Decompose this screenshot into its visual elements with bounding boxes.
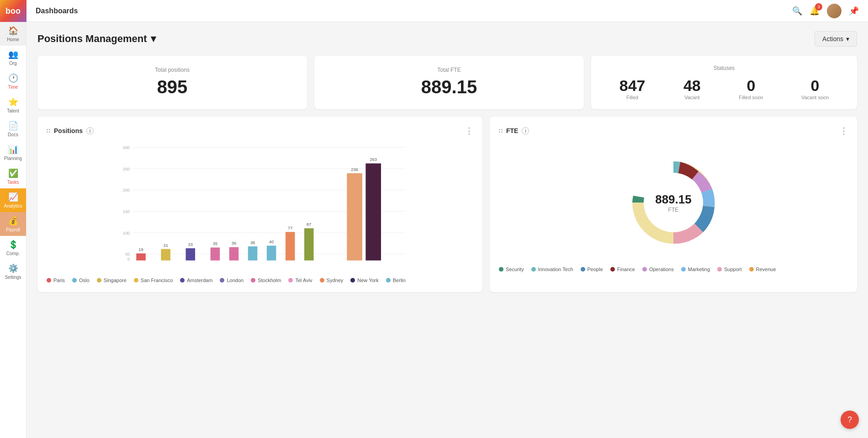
pin-button[interactable]: 📌 — [849, 6, 859, 16]
talent-icon: ⭐ — [8, 97, 18, 107]
legend-dot-operations — [642, 267, 647, 272]
bar-sydney[interactable] — [286, 232, 295, 260]
donut-center: 889.15 FTE — [655, 192, 692, 213]
planning-icon: 📊 — [8, 144, 18, 155]
legend-dot-new-york — [350, 278, 355, 283]
comp-icon: 💲 — [8, 240, 18, 250]
sidebar-label-home: Home — [7, 37, 19, 42]
page-header: Positions Management ▾ Actions ▾ — [37, 31, 857, 47]
legend-amsterdam: Amsterdam — [180, 278, 212, 283]
statuses-card: Statuses 847 Filled 48 Vacant 0 Filled s… — [591, 56, 857, 109]
legend-label-finance: Finance — [617, 267, 635, 272]
analytics-icon: 📈 — [8, 192, 18, 202]
bar-38[interactable] — [248, 246, 258, 261]
notification-badge: 3 — [815, 3, 822, 11]
vacant-status: 48 Vacant — [683, 77, 701, 100]
sidebar-item-home[interactable]: 🏠 Home — [0, 22, 26, 46]
svg-text:40: 40 — [269, 240, 274, 244]
donut-container: 889.15 FTE — [623, 152, 724, 253]
legend-stockholm: Stockholm — [251, 278, 281, 283]
svg-text:150: 150 — [123, 209, 130, 214]
sidebar-item-tasks[interactable]: ✅ Tasks — [0, 165, 26, 188]
bar-40[interactable] — [267, 246, 276, 260]
sidebar-item-time[interactable]: 🕐 Time — [0, 69, 26, 93]
legend-label-support: Support — [724, 267, 742, 272]
sidebar-label-tasks: Tasks — [7, 180, 19, 185]
fte-chart-title: FTE i — [499, 127, 529, 134]
legend-security: Security — [499, 267, 524, 272]
bar-new-york[interactable] — [304, 228, 314, 260]
sidebar-item-payroll[interactable]: 💰 Payroll — [0, 212, 26, 236]
legend-dot-sydney — [320, 278, 324, 283]
user-avatar[interactable] — [827, 4, 842, 18]
svg-text:31: 31 — [163, 243, 168, 248]
legend-marketing: Marketing — [681, 267, 710, 272]
bar-amsterdam[interactable] — [186, 248, 196, 261]
page-title-text: Positions Management — [37, 33, 147, 45]
legend-dot-finance — [610, 267, 615, 272]
sidebar-label-talent: Talent — [7, 108, 19, 113]
legend-operations: Operations — [642, 267, 674, 272]
legend-label-oslo: Oslo — [79, 278, 90, 283]
bar-berlin-dark[interactable] — [365, 163, 381, 260]
bar-paris[interactable] — [136, 253, 146, 260]
fte-chart-menu[interactable]: ⋮ — [840, 126, 848, 136]
kpi-row: Total positions 895 Total FTE 889.15 Sta… — [37, 56, 857, 109]
actions-button[interactable]: Actions ▾ — [815, 31, 857, 47]
legend-label-paris: Paris — [53, 278, 65, 283]
positions-info-icon[interactable]: i — [86, 127, 94, 134]
sidebar-item-comp[interactable]: 💲 Comp. — [0, 236, 26, 260]
legend-label-innovation: Innovation Tech — [538, 267, 573, 272]
sidebar-item-docs[interactable]: 📄 Docs — [0, 117, 26, 141]
bar-berlin-orange[interactable] — [347, 173, 362, 261]
svg-text:300: 300 — [123, 145, 130, 150]
topbar: Dashboards 🔍 🔔 3 📌 — [26, 0, 868, 22]
legend-dot-oslo — [72, 278, 77, 283]
legend-berlin: Berlin — [386, 278, 406, 283]
help-button[interactable]: ? — [841, 411, 859, 429]
legend-label-berlin: Berlin — [393, 278, 406, 283]
positions-chart-menu[interactable]: ⋮ — [465, 126, 473, 136]
fte-info-icon[interactable]: i — [522, 127, 529, 134]
svg-text:50: 50 — [125, 252, 130, 256]
filled-status: 847 Filled — [619, 77, 646, 100]
legend-dot-innovation — [531, 267, 536, 272]
legend-finance: Finance — [610, 267, 635, 272]
sidebar-item-org[interactable]: 👥 Org — [0, 46, 26, 69]
fte-chart-card: FTE i ⋮ — [490, 117, 857, 292]
svg-text:33: 33 — [188, 242, 193, 247]
svg-text:200: 200 — [123, 188, 130, 192]
legend-label-people: People — [587, 267, 603, 272]
bar-stockholm[interactable] — [211, 247, 220, 260]
sidebar-item-planning[interactable]: 📊 Planning — [0, 141, 26, 165]
vacant-soon-status: 0 Vacant soon — [801, 77, 829, 100]
legend-oslo: Oslo — [72, 278, 90, 283]
search-button[interactable]: 🔍 — [792, 6, 802, 16]
total-fte-label: Total FTE — [325, 67, 573, 73]
notifications-button[interactable]: 🔔 3 — [810, 6, 820, 16]
topbar-icons: 🔍 🔔 3 📌 — [792, 4, 859, 18]
sidebar-item-analytics[interactable]: 📈 Analytics — [0, 188, 26, 212]
main-area: Dashboards 🔍 🔔 3 📌 Positions Management … — [26, 0, 868, 438]
sidebar-item-talent[interactable]: ⭐ Talent — [0, 93, 26, 117]
app-logo[interactable]: boo — [0, 0, 26, 22]
legend-dot-security — [499, 267, 503, 272]
legend-label-new-york: New York — [357, 278, 378, 283]
page-title[interactable]: Positions Management ▾ — [37, 33, 156, 45]
filled-soon-label: Filled soon — [739, 95, 763, 100]
bar-singapore[interactable] — [161, 249, 170, 261]
legend-innovation: Innovation Tech — [531, 267, 573, 272]
sidebar-label-org: Org — [9, 61, 17, 66]
donut-wrap: 889.15 FTE — [499, 143, 848, 262]
sidebar-item-settings[interactable]: ⚙️ Settings — [0, 260, 26, 283]
bar-tel-aviv[interactable] — [229, 247, 239, 261]
total-positions-card: Total positions 895 — [37, 56, 307, 109]
legend-paris: Paris — [47, 278, 65, 283]
filled-soon-value: 0 — [739, 77, 763, 95]
legend-london: London — [220, 278, 243, 283]
positions-legend: Paris Oslo Singapore San Francisco — [47, 278, 473, 283]
vacant-label: Vacant — [683, 95, 701, 100]
vacant-soon-value: 0 — [801, 77, 829, 95]
legend-people: People — [581, 267, 603, 272]
svg-text:250: 250 — [123, 167, 130, 171]
